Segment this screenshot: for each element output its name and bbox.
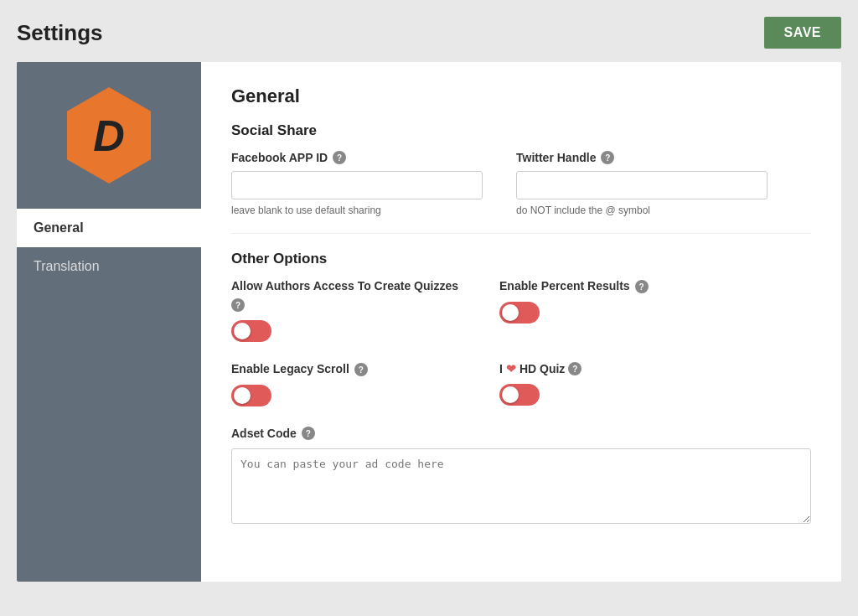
enable-legacy-toggle[interactable]: [231, 385, 271, 406]
allow-authors-track: [231, 320, 271, 342]
i-hd-quiz-thumb: [502, 386, 519, 403]
twitter-help-icon[interactable]: ?: [601, 151, 614, 164]
allow-authors-group: Allow Authors Access To Create Quizzes ?: [231, 279, 466, 342]
allow-authors-toggle[interactable]: [231, 320, 271, 342]
facebook-app-id-input[interactable]: [231, 171, 483, 199]
sidebar: D General Translation: [17, 62, 201, 582]
i-hd-quiz-track: [499, 384, 540, 406]
twitter-label: Twitter Handle ?: [516, 151, 768, 164]
divider: [231, 233, 811, 234]
heart-icon: ❤: [506, 362, 516, 375]
adset-section: Adset Code ?: [231, 427, 811, 527]
sidebar-item-translation[interactable]: Translation: [17, 247, 201, 286]
i-hd-quiz-help-icon[interactable]: ?: [568, 362, 581, 375]
options-row-2: Enable Legacy Scroll ? I ❤ HD Quiz ?: [231, 362, 811, 406]
enable-legacy-thumb: [234, 387, 251, 404]
sidebar-item-general[interactable]: General: [17, 209, 201, 247]
social-share-row: Facebook APP ID ? leave blank to use def…: [231, 151, 811, 216]
enable-percent-track: [499, 302, 540, 324]
enable-legacy-label: Enable Legacy Scroll ?: [231, 362, 466, 376]
save-button[interactable]: SAVE: [764, 17, 841, 49]
sidebar-nav: General Translation: [17, 209, 201, 286]
twitter-hint: do NOT include the @ symbol: [516, 204, 768, 216]
facebook-label: Facebook APP ID ?: [231, 151, 483, 164]
content-area: General Social Share Facebook APP ID ? l…: [201, 62, 841, 582]
enable-percent-thumb: [502, 304, 519, 321]
page-title: Settings: [17, 20, 103, 46]
enable-legacy-help-icon[interactable]: ?: [354, 363, 368, 376]
i-hd-quiz-toggle[interactable]: [499, 384, 540, 406]
i-hd-quiz-label: I ❤ HD Quiz ?: [499, 362, 734, 375]
allow-authors-help-icon[interactable]: ?: [231, 298, 245, 312]
enable-percent-toggle[interactable]: [499, 302, 540, 324]
options-row-1: Allow Authors Access To Create Quizzes ?…: [231, 279, 811, 342]
facebook-group: Facebook APP ID ? leave blank to use def…: [231, 151, 483, 216]
logo-hexagon: D: [67, 87, 151, 184]
enable-legacy-track: [231, 385, 271, 406]
enable-legacy-group: Enable Legacy Scroll ?: [231, 362, 466, 406]
sidebar-logo: D: [17, 62, 201, 209]
other-options-title: Other Options: [231, 251, 811, 267]
section-title: General: [231, 85, 811, 107]
adset-textarea[interactable]: [231, 448, 811, 524]
twitter-handle-input[interactable]: [516, 171, 768, 199]
twitter-group: Twitter Handle ? do NOT include the @ sy…: [516, 151, 768, 216]
social-share-title: Social Share: [231, 122, 811, 139]
allow-authors-thumb: [234, 323, 251, 339]
facebook-help-icon[interactable]: ?: [333, 151, 346, 164]
enable-percent-help-icon[interactable]: ?: [635, 280, 649, 293]
facebook-hint: leave blank to use default sharing: [231, 204, 483, 216]
main-container: D General Translation General Social Sha…: [17, 62, 841, 582]
adset-label: Adset Code ?: [231, 427, 811, 440]
logo-letter: D: [93, 114, 125, 158]
adset-help-icon[interactable]: ?: [302, 427, 315, 440]
allow-authors-label: Allow Authors Access To Create Quizzes ?: [231, 279, 466, 312]
enable-percent-label: Enable Percent Results ?: [499, 279, 734, 293]
enable-percent-group: Enable Percent Results ?: [499, 279, 734, 342]
i-hd-quiz-group: I ❤ HD Quiz ?: [499, 362, 734, 406]
